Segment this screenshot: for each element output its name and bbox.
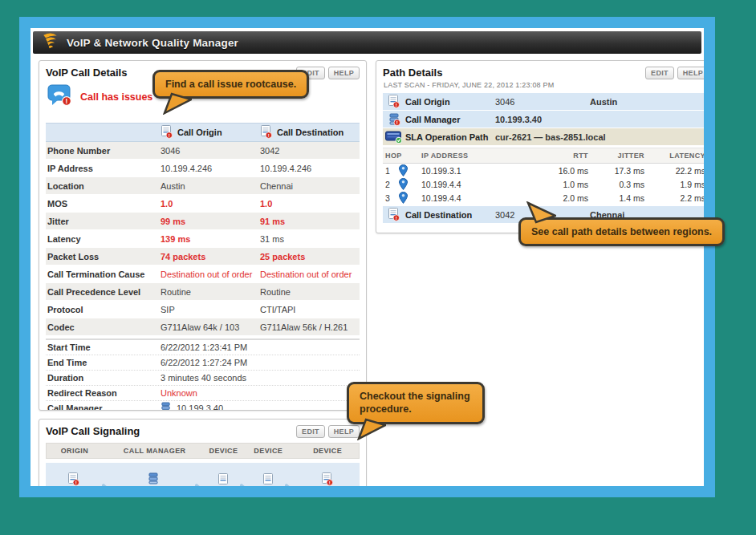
origin-value: 139 ms	[161, 234, 260, 244]
origin-location: Austin	[590, 97, 704, 107]
edit-button[interactable]: EDIT	[296, 425, 325, 438]
rtt-column-header: RTT	[529, 152, 588, 160]
hop-latency: 1.9 ms	[644, 180, 704, 189]
origin-value: SIP	[161, 305, 260, 314]
last-scan-timestamp: LAST SCAN - FRIDAY, JUNE 22, 2012 1:23:0…	[376, 79, 704, 93]
signaling-column-header: DEVICE	[296, 447, 359, 455]
call-origin-alert-icon: !	[383, 95, 405, 108]
row-label: Protocol	[46, 305, 161, 314]
destination-value: 31 ms	[260, 234, 360, 244]
hop-rtt: 16.0 ms	[529, 166, 588, 176]
svg-text:!: !	[396, 103, 397, 107]
table-row: MOS 1.0 1.0	[46, 195, 360, 213]
table-row: Phone Number 3046 3042	[46, 142, 360, 160]
device-icon	[262, 472, 274, 486]
row-label: Start Time	[46, 342, 161, 352]
callout-tail	[356, 418, 386, 440]
signaling-column-header: DEVICE	[251, 447, 285, 455]
row-label: Call Manager	[405, 115, 495, 124]
hop-table-header: HOP IP ADDRESS RTT JITTER LATENCY	[383, 148, 704, 164]
call-destination-column-header: Call Destination	[277, 128, 343, 137]
call-origin-row: ! Call Origin 3046 Austin	[383, 93, 704, 111]
row-label: Jitter	[46, 217, 161, 226]
sla-device-icon	[383, 131, 405, 144]
row-label: Duration	[46, 373, 161, 383]
table-header-row: ! Call Origin	[46, 123, 360, 142]
signaling-column-header: DEVICE	[207, 447, 241, 455]
sla-operation-path-row: SLA Operation Path cur-2621 — bas-2851.l…	[383, 128, 704, 146]
destination-value: G711Alaw 56k / H.261	[260, 322, 360, 332]
hop-jitter: 1.4 ms	[588, 193, 644, 203]
edit-button[interactable]: EDIT	[645, 67, 674, 79]
svg-text:!: !	[396, 120, 397, 125]
origin-value: Austin	[161, 181, 260, 191]
chevron-right-icon	[285, 472, 296, 486]
app-title: VoIP & Network Quality Manager	[67, 37, 238, 49]
destination-node: ! 3042 10.199.4.246 Chennai	[304, 472, 351, 486]
chevron-right-icon	[102, 472, 113, 486]
call-manager-row: ! Call Manager 10.199.3.40	[383, 111, 704, 128]
row-label: Phone Number	[46, 146, 161, 156]
origin-extension: 3046	[495, 97, 590, 107]
chevron-right-icon	[195, 472, 206, 486]
hop-latency: 2.2 ms	[644, 193, 704, 203]
table-row: Redirect Reason Unknown	[46, 386, 360, 401]
hop-ip: 10.199.4.4	[421, 193, 529, 203]
row-value: 6/22/2012 1:23:41 PM	[161, 342, 360, 352]
jitter-column-header: JITTER	[588, 152, 644, 160]
panel-title: Path Details	[383, 67, 442, 79]
destination-value: 91 ms	[260, 217, 360, 226]
voip-call-details-panel: VoIP Call Details EDIT HELP ! Call h	[39, 60, 367, 411]
call-origin-column-header: Call Origin	[177, 128, 222, 137]
signaling-column-header: CALL MANAGER	[114, 447, 196, 455]
call-manager-node: lab-cucm-71.lab.tex 10.199.3.40	[119, 472, 189, 486]
app-header: VoIP & Network Quality Manager	[33, 31, 701, 54]
call-destination-alert-icon: !	[383, 208, 405, 221]
call-destination-alert-icon: !	[260, 125, 273, 140]
table-row: Call Precedence Level Routine Routine	[46, 283, 360, 301]
table-row: Protocol SIP CTI/TAPI	[46, 301, 360, 318]
row-label: Call Destination	[405, 210, 495, 220]
row-label: Latency	[46, 234, 161, 244]
table-row: Location Austin Chennai	[46, 177, 360, 195]
table-row: Duration 3 minutes 40 seconds	[46, 371, 360, 386]
latency-column-header: LATENCY	[644, 152, 704, 160]
origin-value: 10.199.4.246	[161, 164, 260, 173]
call-bubble-icon: !	[47, 84, 72, 110]
help-button[interactable]: HELP	[677, 67, 704, 79]
hop-rtt: 1.0 ms	[529, 180, 588, 189]
destination-value: Routine	[260, 287, 360, 297]
svg-text:!: !	[75, 480, 77, 485]
hop-jitter: 0.3 ms	[588, 180, 644, 189]
svg-text:!: !	[169, 133, 170, 138]
help-button[interactable]: HELP	[328, 67, 360, 79]
callout-signaling: Checkout the signaling procedure.	[347, 382, 485, 424]
row-label: Call Manager	[46, 403, 161, 411]
destination-value: 25 packets	[260, 252, 360, 261]
server-icon	[161, 402, 172, 411]
table-row: Packet Loss 74 packets 25 packets	[46, 248, 360, 265]
origin-value: 3046	[161, 146, 260, 156]
table-row: Latency 139 ms 31 ms	[46, 230, 360, 248]
signaling-column-header: ORIGIN	[47, 447, 103, 455]
destination-value: 1.0	[260, 199, 360, 209]
origin-value: 99 ms	[161, 217, 260, 226]
callout-text: Find a call issue rootcause.	[165, 79, 296, 90]
hop-latency: 22.2 ms	[644, 166, 704, 176]
svg-text:!: !	[268, 133, 270, 138]
table-row: Jitter 99 ms 91 ms	[46, 213, 360, 230]
call-origin-alert-icon: !	[161, 125, 173, 140]
callout-tail	[161, 92, 192, 115]
hop-number: 2	[383, 180, 399, 189]
row-label: Call Origin	[405, 97, 495, 107]
call-manager-ip[interactable]: 10.199.3.40	[177, 403, 223, 411]
desktop-background: { "app": { "title": "VoIP & Network Qual…	[0, 0, 756, 535]
hop-ip: 10.199.4.4	[421, 180, 529, 189]
voip-call-signaling-panel: VoIP Call Signaling EDIT HELP ORIGIN CAL…	[39, 419, 367, 486]
callout-text: See call path details between regions.	[531, 226, 712, 237]
origin-value: 1.0	[161, 199, 260, 209]
destination-value: CTI/TAPI	[260, 305, 360, 314]
row-label: MOS	[46, 199, 161, 209]
panel-title: VoIP Call Signaling	[46, 425, 140, 437]
call-manager-ip: 10.199.3.40	[495, 115, 590, 124]
